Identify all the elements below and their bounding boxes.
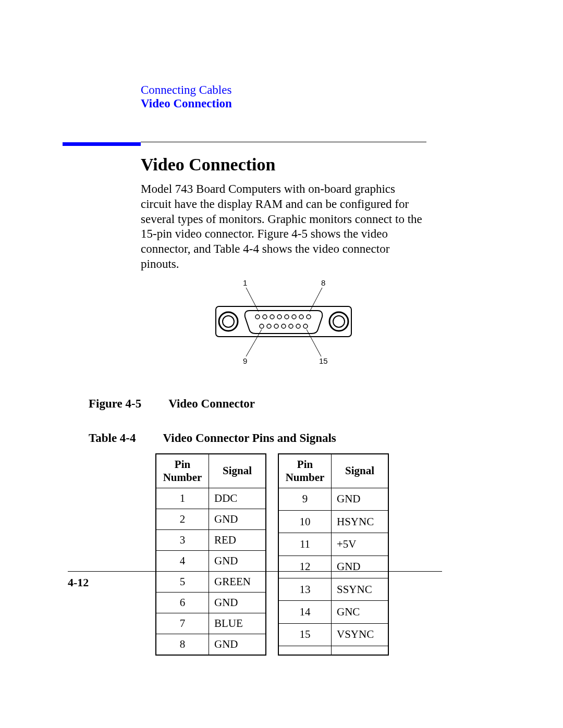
- pin-table-left: PinNumber Signal 1DDC 2GND 3RED 4GND 5GR…: [155, 453, 266, 656]
- svg-point-17: [285, 315, 289, 319]
- figure-caption: Figure 4-5 Video Connector: [89, 397, 426, 411]
- svg-point-14: [263, 315, 267, 319]
- svg-point-11: [329, 312, 348, 331]
- col-signal: Signal: [209, 454, 266, 488]
- svg-line-5: [310, 288, 322, 312]
- table-label: Table 4-4: [89, 431, 136, 445]
- svg-text:1: 1: [243, 278, 247, 287]
- svg-point-12: [333, 316, 345, 327]
- table-caption: Table 4-4 Video Connector Pins and Signa…: [89, 431, 426, 445]
- svg-point-24: [282, 324, 286, 328]
- blue-accent-bar: [63, 142, 141, 146]
- page-number: 4-12: [68, 576, 89, 589]
- svg-text:8: 8: [321, 278, 325, 287]
- running-header: Connecting Cables Video Connection: [141, 83, 426, 110]
- table-row: 13SSYNC: [278, 578, 388, 601]
- page-title: Video Connection: [141, 155, 426, 175]
- svg-point-9: [219, 312, 238, 331]
- figure-label: Figure 4-5: [89, 397, 141, 411]
- svg-point-26: [296, 324, 300, 328]
- table-row: 9GND: [278, 488, 388, 510]
- table-row: 15VSYNC: [278, 623, 388, 646]
- table-row: 10HSYNC: [278, 510, 388, 533]
- svg-point-16: [277, 315, 282, 319]
- table-row: 7BLUE: [156, 613, 266, 634]
- col-signal: Signal: [332, 454, 389, 488]
- col-pin-number: PinNumber: [278, 454, 332, 488]
- section-rule: [141, 142, 426, 142]
- col-pin-number: PinNumber: [156, 454, 209, 488]
- svg-text:15: 15: [319, 356, 328, 365]
- table-title: Video Connector Pins and Signals: [163, 431, 336, 445]
- svg-point-13: [255, 315, 260, 319]
- footer-rule: [68, 571, 442, 572]
- svg-point-19: [299, 315, 303, 319]
- table-row: 14GNC: [278, 601, 388, 623]
- intro-paragraph: Model 743 Board Computers with on-board …: [141, 182, 426, 272]
- figure-video-connector: 1 8 9 15: [141, 277, 426, 366]
- svg-point-23: [274, 324, 278, 328]
- svg-point-25: [289, 324, 293, 328]
- svg-point-18: [292, 315, 296, 319]
- table-row: 12GND: [278, 556, 388, 578]
- pin-table-right: PinNumber Signal 9GND 10HSYNC 11+5V 12GN…: [278, 453, 389, 656]
- connector-diagram-icon: 1 8 9 15: [200, 277, 367, 366]
- svg-line-4: [246, 288, 259, 312]
- svg-text:9: 9: [243, 356, 247, 365]
- section-name: Video Connection: [141, 97, 426, 110]
- table-row: 3RED: [156, 529, 266, 550]
- table-row: 4GND: [156, 550, 266, 571]
- chapter-name: Connecting Cables: [141, 83, 426, 97]
- pin-tables: PinNumber Signal 1DDC 2GND 3RED 4GND 5GR…: [155, 453, 426, 656]
- table-row: [278, 646, 388, 655]
- svg-point-27: [303, 324, 308, 328]
- svg-point-20: [307, 315, 311, 319]
- table-row: 6GND: [156, 592, 266, 613]
- table-row: 11+5V: [278, 533, 388, 556]
- svg-point-21: [260, 324, 264, 328]
- table-row: 5GREEN: [156, 571, 266, 592]
- svg-point-15: [270, 315, 274, 319]
- svg-point-22: [267, 324, 271, 328]
- table-row: 1DDC: [156, 488, 266, 509]
- table-row: 2GND: [156, 509, 266, 529]
- figure-title: Video Connector: [168, 397, 255, 411]
- table-row: 8GND: [156, 634, 266, 655]
- svg-point-10: [223, 316, 234, 327]
